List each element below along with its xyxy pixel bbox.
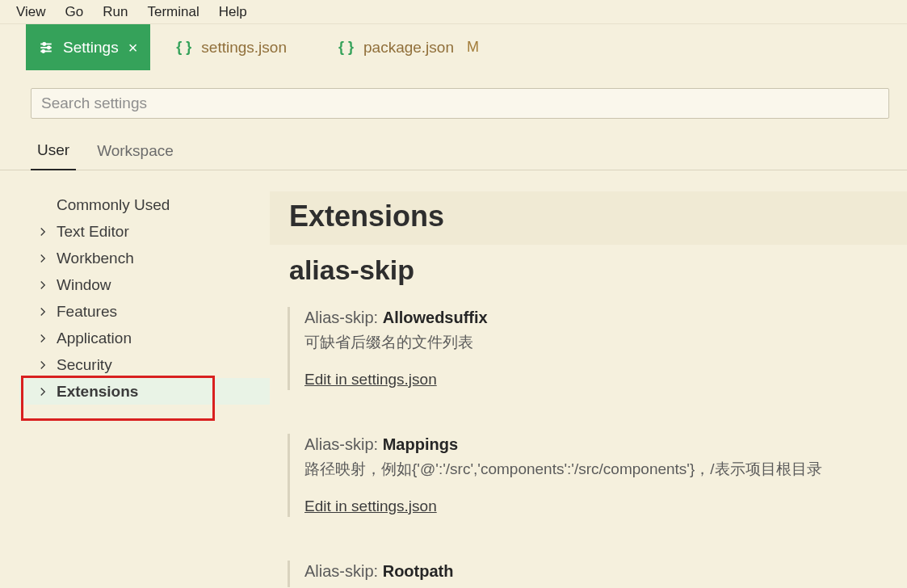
sidebar-item-workbench[interactable]: Workbench — [19, 245, 270, 271]
settings-body: User Workspace Commonly Used Text Editor… — [0, 70, 907, 588]
setting-key-name: Rootpath — [383, 562, 454, 580]
setting-key-prefix: Alias-skip: — [304, 309, 383, 326]
sidebar-item-label: Features — [57, 303, 117, 321]
chevron-right-icon — [37, 226, 48, 237]
svg-point-3 — [48, 46, 50, 48]
sidebar-item-label: Text Editor — [57, 223, 129, 241]
sidebar-item-label: Commonly Used — [57, 196, 170, 214]
menu-go[interactable]: Go — [56, 4, 94, 20]
setting-desc: 路径映射，例如{'@':'/src','components':'/src/co… — [304, 459, 907, 480]
setting-block-mappings: Alias-skip: Mappings 路径映射，例如{'@':'/src',… — [288, 434, 907, 517]
tab-settings[interactable]: Settings × — [26, 24, 150, 70]
sidebar-item-label: Application — [57, 330, 132, 347]
settings-sidebar: Commonly Used Text Editor Workbench Wind… — [0, 191, 270, 588]
chevron-right-icon — [37, 253, 48, 264]
menubar: View Go Run Terminal Help — [0, 0, 907, 24]
menu-terminal[interactable]: Terminal — [137, 4, 208, 20]
settings-detail: Extensions alias-skip Alias-skip: Allowe… — [270, 191, 907, 588]
chevron-right-icon — [37, 279, 48, 291]
menu-run[interactable]: Run — [93, 4, 137, 20]
json-icon: { } — [176, 39, 191, 56]
detail-subheading: alias-skip — [270, 250, 907, 307]
setting-block-allowedsuffix: Alias-skip: Allowedsuffix 可缺省后缀名的文件列表 Ed… — [288, 307, 907, 390]
setting-key-name: Mappings — [383, 435, 458, 453]
sidebar-item-commonly-used[interactable]: Commonly Used — [19, 191, 270, 218]
sidebar-item-label: Workbench — [57, 250, 134, 267]
search-input[interactable] — [31, 88, 889, 119]
sidebar-item-text-editor[interactable]: Text Editor — [19, 218, 270, 245]
search-row — [0, 70, 907, 127]
menu-view[interactable]: View — [6, 4, 56, 20]
svg-point-1 — [43, 42, 45, 44]
menu-help[interactable]: Help — [209, 4, 257, 20]
setting-key-prefix: Alias-skip: — [304, 435, 383, 453]
chevron-right-icon — [37, 306, 48, 317]
content-row: Commonly Used Text Editor Workbench Wind… — [0, 170, 907, 588]
sidebar-item-label: Window — [57, 276, 111, 294]
svg-point-5 — [42, 49, 44, 52]
tab-package-json[interactable]: { } package.json M — [325, 24, 492, 70]
tab-settings-json[interactable]: { } settings.json — [163, 24, 300, 70]
close-icon[interactable]: × — [128, 40, 138, 56]
json-icon: { } — [338, 39, 354, 56]
sidebar-item-window[interactable]: Window — [19, 271, 270, 298]
sidebar-item-application[interactable]: Application — [19, 325, 270, 351]
scope-row: User Workspace — [0, 127, 907, 170]
chevron-right-icon — [37, 386, 48, 397]
chevron-right-icon — [37, 333, 48, 344]
sliders-icon — [39, 40, 53, 55]
editor-tabbar: Settings × { } settings.json { } package… — [0, 24, 907, 70]
setting-desc: 可缺省后缀名的文件列表 — [304, 332, 907, 353]
sidebar-item-label: Extensions — [57, 383, 138, 401]
sidebar-item-extensions[interactable]: Extensions — [19, 378, 270, 405]
sidebar-item-label: Security — [57, 356, 112, 374]
chevron-right-icon — [37, 359, 48, 371]
sidebar-item-security[interactable]: Security — [19, 351, 270, 378]
setting-key: Alias-skip: Allowedsuffix — [304, 309, 907, 327]
tab-package-json-label: package.json — [363, 39, 454, 57]
setting-block-rootpath: Alias-skip: Rootpath — [288, 561, 907, 587]
tab-settings-label: Settings — [63, 39, 119, 57]
setting-key-name: Allowedsuffix — [383, 309, 488, 326]
edit-in-settings-json-link[interactable]: Edit in settings.json — [304, 498, 437, 514]
edit-in-settings-json-link[interactable]: Edit in settings.json — [304, 371, 437, 388]
detail-heading: Extensions — [270, 191, 907, 245]
sidebar-item-features[interactable]: Features — [19, 298, 270, 325]
tab-settings-json-label: settings.json — [201, 39, 287, 57]
setting-key: Alias-skip: Rootpath — [304, 562, 907, 581]
setting-key-prefix: Alias-skip: — [304, 562, 383, 580]
setting-key: Alias-skip: Mappings — [304, 435, 907, 454]
scope-user[interactable]: User — [31, 141, 76, 170]
scope-workspace[interactable]: Workspace — [90, 142, 180, 170]
tab-modified-badge: M — [467, 39, 479, 56]
